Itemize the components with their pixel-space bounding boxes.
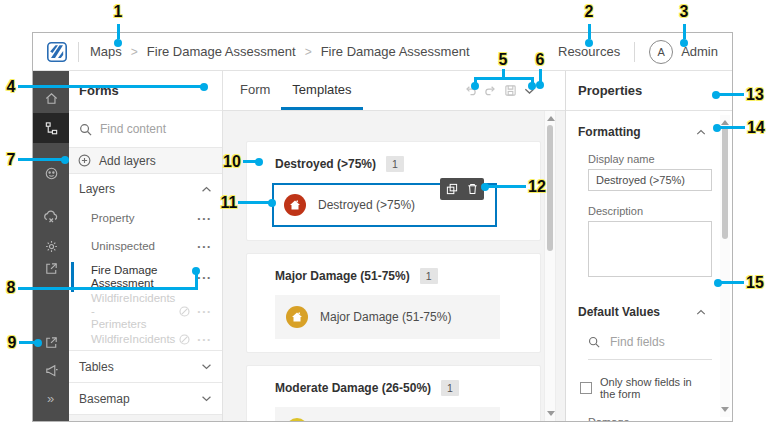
- template-item-moderate-damage[interactable]: Moderate Damage (26-50%): [275, 407, 500, 421]
- description-textarea[interactable]: [588, 221, 712, 277]
- template-list-scrollbar[interactable]: [544, 111, 556, 421]
- no-editing-icon: [179, 306, 190, 317]
- save-icon[interactable]: [504, 84, 517, 97]
- tab-templates[interactable]: Templates: [281, 71, 362, 110]
- share-map-icon[interactable]: [33, 254, 69, 282]
- field-maps-logo-icon[interactable]: [47, 42, 67, 62]
- callout-4: 4: [0, 78, 22, 96]
- callout-15: 15: [744, 274, 766, 292]
- properties-scrollbar[interactable]: [720, 115, 730, 417]
- properties-panel: Properties Formatting Display name Descr…: [565, 71, 732, 421]
- breadcrumb-separator-icon: >: [131, 45, 138, 59]
- layer-options-menu[interactable]: •••: [198, 242, 212, 251]
- find-fields-search[interactable]: [588, 335, 712, 360]
- expand-sidebar-icon[interactable]: »: [33, 384, 69, 412]
- chevron-down-icon[interactable]: [201, 395, 212, 402]
- template-count-badge: 1: [441, 380, 459, 396]
- offline-cloud-icon[interactable]: [33, 202, 69, 230]
- search-icon: [79, 123, 92, 136]
- callout-3: 3: [673, 3, 695, 21]
- breadcrumb-map-name[interactable]: Fire Damage Assessment: [147, 44, 296, 59]
- breadcrumb-separator-icon: >: [305, 45, 312, 59]
- description-label: Description: [588, 205, 706, 217]
- layers-section-header[interactable]: Layers: [69, 174, 222, 204]
- layer-options-menu[interactable]: •••: [198, 307, 212, 316]
- breadcrumb: Maps > Fire Damage Assessment > Fire Dam…: [90, 44, 470, 59]
- no-editing-icon: [179, 334, 190, 345]
- callout-13: 13: [744, 86, 766, 104]
- delete-trash-icon[interactable]: [467, 183, 478, 195]
- plus-circle-icon: [78, 154, 91, 167]
- major-damage-symbol-icon: [286, 306, 308, 328]
- tables-section-header[interactable]: Tables: [69, 350, 222, 382]
- destroyed-symbol-icon: [284, 194, 306, 216]
- only-show-fields-checkbox-row[interactable]: Only show fields in the form: [580, 376, 706, 400]
- home-icon[interactable]: [33, 84, 69, 112]
- basemap-section-header[interactable]: Basemap: [69, 382, 222, 414]
- avatar[interactable]: A: [649, 40, 673, 64]
- template-list: Destroyed (>75%) 1 Destroyed (>75%): [223, 111, 543, 421]
- callout-5: 5: [492, 51, 514, 69]
- forms-panel-filler: [69, 414, 222, 421]
- scroll-down-arrow[interactable]: [721, 407, 729, 412]
- add-layers-button[interactable]: Add layers: [69, 148, 222, 174]
- checkbox-unchecked[interactable]: [580, 382, 592, 394]
- callout-9: 9: [1, 334, 23, 352]
- find-fields-input[interactable]: [610, 335, 700, 349]
- template-editor: Form Templates: [223, 71, 565, 421]
- header-divider: [634, 42, 635, 62]
- callout-1: 1: [107, 3, 129, 21]
- find-content-input[interactable]: [100, 122, 200, 136]
- callout-10: 10: [221, 153, 243, 171]
- template-count-badge: 1: [420, 268, 438, 284]
- user-menu[interactable]: Admin: [681, 44, 718, 59]
- find-content-search[interactable]: [69, 111, 222, 148]
- breadcrumb-form-name: Fire Damage Assessment: [321, 44, 470, 59]
- feedback-megaphone-icon[interactable]: [33, 356, 69, 384]
- forms-panel-title: Forms: [69, 71, 222, 111]
- damage-field-label: Damage: [588, 416, 706, 421]
- header-divider: [78, 42, 79, 62]
- group-title: Destroyed (>75%): [275, 157, 376, 171]
- redo-icon[interactable]: [484, 84, 497, 97]
- template-hover-toolbar: [440, 178, 484, 200]
- duplicate-icon[interactable]: [446, 183, 458, 195]
- template-count-badge: 1: [386, 156, 404, 172]
- chevron-up-icon[interactable]: [696, 129, 706, 136]
- group-title: Moderate Damage (26-50%): [275, 381, 431, 395]
- top-bar: Maps > Fire Damage Assessment > Fire Dam…: [33, 33, 732, 71]
- scrollbar-thumb[interactable]: [722, 127, 728, 239]
- display-name-input[interactable]: [588, 169, 712, 191]
- layer-options-menu[interactable]: •••: [198, 273, 212, 282]
- app-sidebar: »: [33, 71, 69, 421]
- forms-panel: Forms Add layers Layers: [69, 71, 223, 421]
- display-name-label: Display name: [588, 153, 706, 165]
- scroll-up-arrow[interactable]: [547, 116, 555, 121]
- tab-form[interactable]: Form: [229, 71, 281, 110]
- chevron-down-icon[interactable]: [201, 363, 212, 370]
- screenshot-page: Maps > Fire Damage Assessment > Fire Dam…: [0, 0, 773, 423]
- callout-6: 6: [529, 51, 551, 69]
- layer-row-wildfire-incidents[interactable]: WildfireIncidents •••: [69, 328, 222, 350]
- callout-11: 11: [218, 194, 240, 212]
- scroll-down-arrow[interactable]: [547, 411, 555, 416]
- properties-title: Properties: [566, 71, 732, 111]
- template-group-major-damage: Major Damage (51-75%) 1 Major Damage (51…: [246, 253, 541, 353]
- chevron-up-icon[interactable]: [201, 186, 212, 193]
- callout-8: 8: [0, 279, 22, 297]
- default-values-section-header[interactable]: Default Values: [578, 305, 706, 319]
- forms-tool-icon[interactable]: [33, 113, 69, 143]
- chevron-up-icon[interactable]: [696, 309, 706, 316]
- template-group-destroyed: Destroyed (>75%) 1 Destroyed (>75%): [246, 141, 541, 241]
- layer-row-wildfire-perimeters[interactable]: WildfireIncidents - Perimeters •••: [69, 294, 222, 328]
- scroll-up-arrow[interactable]: [721, 120, 729, 125]
- search-icon: [588, 336, 600, 348]
- layer-options-menu[interactable]: •••: [198, 214, 212, 223]
- template-item-major-damage[interactable]: Major Damage (51-75%): [275, 295, 500, 339]
- formatting-section-header[interactable]: Formatting: [578, 125, 706, 139]
- layer-options-menu[interactable]: •••: [198, 335, 212, 344]
- template-group-moderate-damage: Moderate Damage (26-50%) 1 Moderate Dama…: [246, 365, 541, 421]
- app-window: Maps > Fire Damage Assessment > Fire Dam…: [32, 32, 733, 422]
- layer-row-uninspected[interactable]: Uninspected •••: [69, 232, 222, 260]
- layer-row-property[interactable]: Property •••: [69, 204, 222, 232]
